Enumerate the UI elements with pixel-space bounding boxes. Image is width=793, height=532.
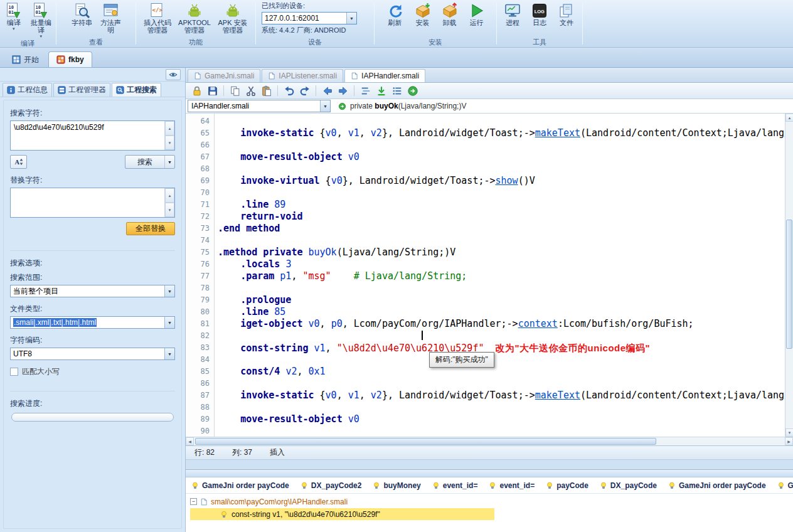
log-button[interactable]: 日志 xyxy=(527,1,552,27)
match-case-checkbox[interactable] xyxy=(10,368,18,376)
navigate-back-button[interactable] xyxy=(320,84,334,98)
code-line[interactable]: move-result-object v0 xyxy=(218,413,793,425)
refresh-button[interactable]: 刷新 xyxy=(382,1,408,27)
search-history-item[interactable]: payCode xyxy=(546,481,588,490)
encoding-select[interactable]: UTF8 ▼ xyxy=(10,348,175,360)
code-line[interactable]: iget-object v0, p0, Lcom/payCom/org/IAPH… xyxy=(218,318,793,330)
search-history-item[interactable]: DX_payCode2 xyxy=(301,481,362,490)
redo-button[interactable] xyxy=(297,84,312,98)
search-history-item[interactable]: GameJni order payCode xyxy=(191,481,289,490)
search-history-item[interactable]: buyMoney xyxy=(373,481,420,490)
apk-install-manager-button[interactable]: APK 安装管理器 xyxy=(215,1,251,35)
code-line[interactable] xyxy=(218,282,793,294)
replace-all-button[interactable]: 全部替换 xyxy=(126,222,175,235)
code-line[interactable] xyxy=(218,425,793,437)
copy-button[interactable] xyxy=(228,84,242,98)
outline-button[interactable] xyxy=(390,84,404,98)
textarea-scrollbar[interactable]: ▲▼ xyxy=(164,188,174,217)
search-history-item[interactable]: event_id= xyxy=(432,481,478,490)
code-line[interactable] xyxy=(218,163,793,175)
process-button[interactable]: 进程 xyxy=(500,1,525,27)
replace-input[interactable]: ▲▼ xyxy=(10,188,175,218)
device-select[interactable]: 127.0.0.1:62001 ▼ xyxy=(262,12,357,24)
search-history-item[interactable]: GameJni xyxy=(777,481,793,490)
file-selector[interactable]: IAPHandler.smali ▼ xyxy=(188,100,331,112)
collapse-icon[interactable]: − xyxy=(190,498,197,505)
tab-start[interactable]: 开始 xyxy=(4,51,47,67)
navigate-forward-button[interactable] xyxy=(336,84,350,98)
batch-compile-button[interactable]: 批量编译 ▾ xyxy=(28,1,54,39)
code-line[interactable]: invoke-static {v0, v1, v2}, Landroid/wid… xyxy=(218,127,793,139)
code-line[interactable]: invoke-virtual {v0}, Landroid/widget/Toa… xyxy=(218,175,793,187)
font-button[interactable] xyxy=(10,155,27,169)
scrollbar-thumb[interactable] xyxy=(786,220,792,348)
code-line[interactable] xyxy=(218,187,793,199)
file-tab-gamejni[interactable]: GameJni.smali xyxy=(188,69,260,82)
import-button[interactable] xyxy=(374,84,388,98)
code-line[interactable]: move-result-object v0 xyxy=(218,151,793,163)
code-line[interactable]: const/4 v2, 0x1 xyxy=(218,366,793,378)
scroll-left-arrow[interactable]: ◀ xyxy=(186,437,194,445)
chevron-down-icon[interactable]: ▼ xyxy=(164,348,174,359)
file-tab-iaphandler[interactable]: IAPHandler.smali xyxy=(344,69,425,82)
search-dropdown-arrow[interactable]: ▼ xyxy=(164,156,174,168)
goto-button[interactable] xyxy=(405,84,420,98)
tab-project-search[interactable]: 工程搜索 xyxy=(112,83,161,97)
filetype-select[interactable]: .smali|.xml|.txt|.htm|.html ▼ xyxy=(10,316,175,329)
lock-button[interactable] xyxy=(189,84,204,98)
scrollbar-thumb[interactable] xyxy=(195,438,656,445)
scroll-up-arrow[interactable]: ▲ xyxy=(785,114,793,122)
cut-button[interactable] xyxy=(243,84,258,98)
textarea-scrollbar[interactable]: ▲▼ xyxy=(164,121,174,150)
search-history-item[interactable]: GameJni order payCode xyxy=(668,481,766,490)
save-button[interactable] xyxy=(205,84,220,98)
uninstall-button[interactable]: 卸载 xyxy=(437,1,462,27)
chevron-down-icon[interactable]: ▼ xyxy=(164,285,174,297)
method-selector[interactable]: private buyOk(Ljava/lang/String;)V xyxy=(333,99,793,113)
code-line[interactable]: return-void xyxy=(218,211,793,223)
panel-splitter[interactable] xyxy=(186,459,793,469)
code-line[interactable]: .end method xyxy=(218,223,793,235)
scroll-right-arrow[interactable]: ▶ xyxy=(785,437,793,445)
code-line[interactable]: .param p1, "msg" # Ljava/lang/String; xyxy=(218,270,793,282)
code-line[interactable] xyxy=(218,330,793,342)
run-button[interactable]: 运行 xyxy=(464,1,489,27)
code-line[interactable]: .line 89 xyxy=(218,199,793,211)
code-line[interactable]: invoke-static {v0, v1, v2}, Landroid/wid… xyxy=(218,390,793,402)
search-history-item[interactable]: event_id= xyxy=(489,481,535,490)
tab-fkby[interactable]: fkby xyxy=(48,51,92,67)
code-line[interactable] xyxy=(218,235,793,247)
vertical-scrollbar[interactable]: ▲ ▼ xyxy=(785,114,793,437)
code-line[interactable] xyxy=(218,378,793,390)
chevron-down-icon[interactable]: ▼ xyxy=(346,13,356,24)
paste-button[interactable] xyxy=(259,84,274,98)
code-line[interactable] xyxy=(218,354,793,366)
code-line[interactable] xyxy=(218,402,793,413)
chevron-down-icon[interactable]: ▼ xyxy=(164,317,174,328)
code-line[interactable]: .method private buyOk(Ljava/lang/String;… xyxy=(218,247,793,258)
code-line[interactable]: .prologue xyxy=(218,294,793,306)
file-button[interactable]: 文件 xyxy=(554,1,579,27)
results-header-bar[interactable] xyxy=(186,470,793,477)
format-code-button[interactable] xyxy=(358,84,373,98)
scope-select[interactable]: 当前整个项目 ▼ xyxy=(10,285,175,297)
undo-button[interactable] xyxy=(282,84,296,98)
scroll-down-arrow[interactable]: ▼ xyxy=(785,428,793,437)
eye-button[interactable] xyxy=(166,69,181,80)
search-history-item[interactable]: DX_payCode xyxy=(600,481,657,490)
results-file-node[interactable]: − smali\com\payCom\org\IAPHandler.smali xyxy=(190,496,793,508)
tab-project-manager[interactable]: 工程管理器 xyxy=(53,83,110,97)
insert-code-manager-button[interactable]: 插入代码管理器 xyxy=(141,1,174,35)
results-match-row[interactable]: const-string v1, "\u8d2d\u4e70\u6210\u52… xyxy=(190,508,494,520)
horizontal-scrollbar[interactable]: ◀ ▶ xyxy=(186,437,793,445)
method-declaration-button[interactable]: 方法声明 xyxy=(98,1,124,35)
code-line[interactable]: .line 85 xyxy=(218,306,793,318)
install-button[interactable]: 安装 xyxy=(410,1,435,27)
apktool-manager-button[interactable]: APKTOOL管理器 xyxy=(176,1,213,35)
code-line[interactable]: .locals 3 xyxy=(218,258,793,270)
search-button[interactable]: 搜索 ▼ xyxy=(125,155,175,169)
code-line[interactable] xyxy=(218,115,793,127)
string-button[interactable]: 字符串 xyxy=(68,1,96,27)
match-case-row[interactable]: 匹配大小写 xyxy=(10,366,175,377)
tab-project-info[interactable]: 工程信息 xyxy=(3,83,52,97)
